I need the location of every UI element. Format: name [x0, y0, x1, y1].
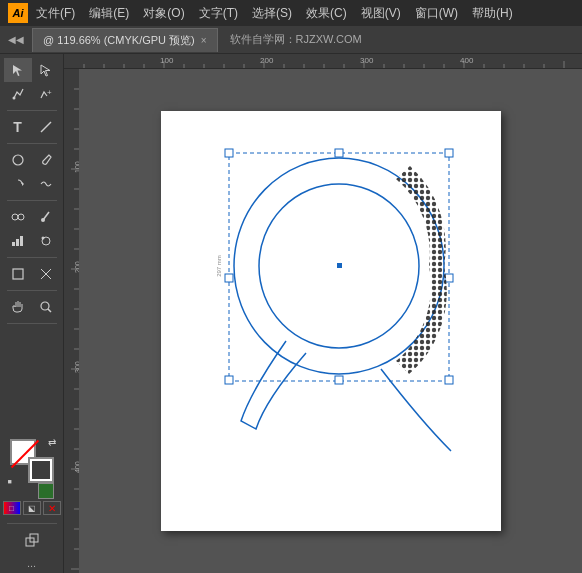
svg-point-8 [41, 218, 45, 222]
divider-4 [7, 257, 57, 258]
solid-color-btn[interactable]: □ [3, 501, 21, 515]
symbol-tool[interactable] [32, 229, 60, 253]
stroke-fill-swatches: ⇄ ■ [10, 439, 54, 483]
selection-tool[interactable] [4, 58, 32, 82]
type-tool[interactable]: T [4, 115, 32, 139]
svg-point-13 [41, 237, 44, 240]
more-tools-button[interactable]: ... [27, 557, 36, 569]
menu-window[interactable]: 窗口(W) [415, 5, 458, 22]
shape-tools [4, 148, 60, 196]
svg-point-5 [12, 214, 18, 220]
divider-6 [7, 323, 57, 324]
menu-object[interactable]: 对象(O) [143, 5, 184, 22]
main-layout: + T [0, 54, 582, 573]
artwork-svg: 297 mm [161, 111, 501, 531]
warp-tool[interactable] [32, 172, 60, 196]
svg-rect-83 [225, 274, 233, 282]
horizontal-ruler: 100 200 300 400 [64, 54, 582, 69]
menu-file[interactable]: 文件(F) [36, 5, 75, 22]
type-tools: T [4, 115, 60, 139]
extra-tools [4, 528, 60, 552]
divider-3 [7, 200, 57, 201]
svg-point-0 [12, 97, 15, 100]
app-logo: Ai [8, 3, 28, 23]
blend-tool[interactable] [4, 205, 32, 229]
svg-text:297 mm: 297 mm [216, 255, 222, 277]
divider-2 [7, 143, 57, 144]
menu-help[interactable]: 帮助(H) [472, 5, 513, 22]
menu-bar: 文件(F) 编辑(E) 对象(O) 文字(T) 选择(S) 效果(C) 视图(V… [36, 5, 513, 22]
tab-site-label: 软件自学网：RJZXW.COM [230, 32, 362, 47]
svg-line-2 [41, 122, 51, 132]
navigate-tools [4, 295, 60, 319]
svg-rect-80 [225, 149, 233, 157]
svg-rect-49 [64, 69, 79, 573]
svg-rect-87 [445, 376, 453, 384]
menu-edit[interactable]: 编辑(E) [89, 5, 129, 22]
selection-tools: + [4, 58, 60, 106]
color-indicator [10, 479, 54, 499]
menu-text[interactable]: 文字(T) [199, 5, 238, 22]
svg-point-3 [13, 155, 23, 165]
blend-tools [4, 205, 60, 253]
svg-rect-82 [445, 149, 453, 157]
svg-text:100: 100 [160, 56, 174, 65]
direct-select-tool[interactable] [32, 58, 60, 82]
menu-effect[interactable]: 效果(C) [306, 5, 347, 22]
menu-view[interactable]: 视图(V) [361, 5, 401, 22]
svg-rect-88 [337, 263, 342, 268]
paintbrush-tool[interactable] [32, 148, 60, 172]
hand-tool[interactable] [4, 295, 32, 319]
tab-label: @ 119.66% (CMYK/GPU 预览) [43, 33, 195, 48]
svg-text:200: 200 [260, 56, 274, 65]
add-anchor-tool[interactable]: + [32, 82, 60, 106]
svg-marker-4 [22, 182, 24, 186]
ellipse-tool[interactable] [4, 148, 32, 172]
divider-bottom [7, 523, 57, 524]
title-bar: Ai 文件(F) 编辑(E) 对象(O) 文字(T) 选择(S) 效果(C) 视… [0, 0, 582, 26]
tab-bar: ◀◀ @ 119.66% (CMYK/GPU 预览) × 软件自学网：RJZXW… [0, 26, 582, 54]
svg-rect-86 [335, 376, 343, 384]
canvas-area[interactable]: 100 200 300 400 [64, 54, 582, 573]
svg-rect-81 [335, 149, 343, 157]
svg-text:400: 400 [460, 56, 474, 65]
svg-text:300: 300 [360, 56, 374, 65]
rotate-tool[interactable] [4, 172, 32, 196]
green-square[interactable] [38, 483, 54, 499]
none-btn[interactable]: ✕ [43, 501, 61, 515]
svg-rect-10 [16, 239, 19, 246]
arrange-tool[interactable] [18, 528, 46, 552]
line-tool[interactable] [32, 115, 60, 139]
swap-colors-button[interactable]: ⇄ [48, 437, 56, 448]
collapse-button[interactable]: ◀◀ [8, 34, 24, 45]
artboard-tools [4, 262, 60, 286]
svg-point-6 [18, 214, 24, 220]
divider-5 [7, 290, 57, 291]
artwork-canvas: 297 mm [161, 111, 501, 531]
gradient-btn[interactable]: ⬕ [23, 501, 41, 515]
slice-tool[interactable] [32, 262, 60, 286]
tab-close-button[interactable]: × [201, 35, 207, 46]
canvas-inner: 297 mm [79, 69, 582, 573]
graph-tool[interactable] [4, 229, 32, 253]
svg-rect-9 [12, 242, 15, 246]
svg-point-15 [41, 302, 49, 310]
menu-select[interactable]: 选择(S) [252, 5, 292, 22]
left-toolbar: + T [0, 54, 64, 573]
vertical-ruler: 100 200 300 400 [64, 69, 79, 573]
artboard-tool[interactable] [4, 262, 32, 286]
eyedropper-tool[interactable] [32, 205, 60, 229]
divider-1 [7, 110, 57, 111]
active-tab[interactable]: @ 119.66% (CMYK/GPU 预览) × [32, 28, 218, 52]
svg-rect-85 [225, 376, 233, 384]
color-mode-buttons: □ ⬕ ✕ [3, 501, 61, 515]
svg-text:+: + [47, 88, 52, 97]
svg-rect-11 [20, 236, 23, 246]
color-area: ⇄ ■ □ ⬕ ✕ [0, 435, 64, 519]
svg-rect-14 [13, 269, 23, 279]
pen-tool[interactable] [4, 82, 32, 106]
svg-line-16 [48, 309, 51, 312]
zoom-tool[interactable] [32, 295, 60, 319]
